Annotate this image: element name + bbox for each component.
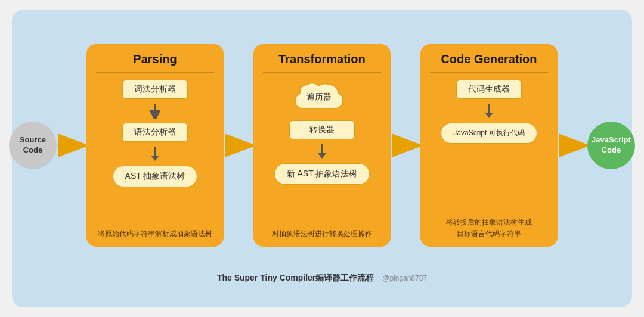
svg-marker-3 — [151, 156, 159, 161]
down-arrow-1 — [148, 102, 162, 119]
arrow-transformation-to-codegen — [391, 130, 420, 160]
ast-node: AST 抽象语法树 — [113, 166, 198, 187]
code-generation-stage: Code Generation 代码生成器 JavaScript 可执行代码 将… — [420, 44, 558, 247]
new-ast-node: 新 AST 抽象语法树 — [274, 163, 370, 185]
parsing-footer: 将原始代码字符串解析成抽象语法树 — [98, 228, 212, 240]
down-arrow-4 — [482, 102, 496, 119]
parsing-content: 词法分析器 语法分析器 — [96, 80, 214, 222]
code-generation-content: 代码生成器 JavaScript 可执行代码 — [430, 80, 548, 211]
transformation-stage: Transformation 遍历器 转换器 — [253, 44, 391, 247]
code-generation-divider — [430, 72, 548, 73]
parsing-title: Parsing — [133, 52, 177, 66]
footer: The Super Tiny Compiler编译器工作流程 @pingan87… — [217, 273, 427, 284]
svg-marker-8 — [485, 113, 493, 118]
source-code-node: Source Code — [9, 122, 57, 169]
svg-marker-6 — [318, 153, 326, 158]
code-generator-node: 代码生成器 — [456, 80, 522, 99]
code-generation-footer: 将转换后的抽象语法树生成 目标语言代码字符串 — [446, 217, 532, 240]
js-executable-node: JavaScript 可执行代码 — [441, 123, 537, 144]
down-arrow-2 — [148, 145, 162, 162]
traverser-cloud-wrapper: 遍历器 — [289, 80, 355, 116]
footer-author: @pingan8787 — [382, 274, 427, 282]
main-container: Source Code Parsing 词法分析器 — [12, 10, 632, 307]
transformation-title: Transformation — [278, 52, 366, 66]
transformation-content: 遍历器 转换器 新 AST 抽象语法树 — [263, 80, 381, 222]
diagram-area: Source Code Parsing 词法分析器 — [30, 21, 614, 269]
parser-node: 语法分析器 — [122, 123, 188, 142]
code-generation-title: Code Generation — [441, 52, 537, 66]
lexer-node: 词法分析器 — [122, 80, 188, 99]
arrow-source-to-parsing — [57, 130, 86, 160]
transformation-divider — [263, 72, 381, 73]
js-code-node: JavaScript Code — [587, 122, 635, 169]
transformer-node: 转换器 — [289, 120, 355, 139]
parsing-divider — [96, 72, 214, 73]
svg-marker-1 — [151, 113, 159, 118]
parsing-stage: Parsing 词法分析器 语法分析器 — [86, 44, 224, 247]
arrow-parsing-to-transformation — [224, 130, 253, 160]
transformation-footer: 对抽象语法树进行转换处理操作 — [272, 228, 372, 240]
svg-text:遍历器: 遍历器 — [306, 92, 332, 101]
footer-title: The Super Tiny Compiler编译器工作流程 — [217, 273, 374, 282]
down-arrow-3 — [315, 143, 329, 160]
arrow-codegen-to-js — [558, 130, 587, 160]
